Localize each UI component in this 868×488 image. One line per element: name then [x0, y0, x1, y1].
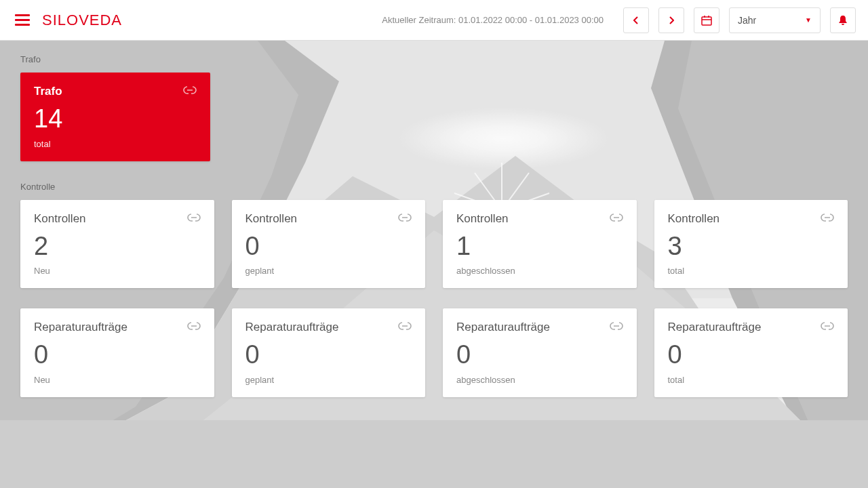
card-value: 0 [245, 231, 412, 262]
link-icon [610, 212, 623, 224]
calendar-button[interactable] [694, 7, 719, 33]
card-sublabel: geplant [245, 266, 412, 276]
reparatur-0-card[interactable]: Reparaturaufträge0Neu [20, 308, 214, 397]
card-sublabel: Neu [34, 266, 201, 276]
card-sublabel: Neu [34, 375, 201, 385]
card-title: Kontrollen [668, 212, 720, 226]
chevron-left-icon [633, 16, 639, 24]
reparatur-2-card[interactable]: Reparaturaufträge0abgeschlossen [443, 308, 637, 397]
link-icon [398, 212, 412, 224]
card-value: 1 [456, 231, 623, 262]
reparatur-1-card[interactable]: Reparaturaufträge0geplant [232, 308, 426, 397]
card-sublabel: geplant [245, 375, 412, 385]
link-icon [398, 321, 412, 333]
card-value: 0 [456, 340, 623, 371]
card-value: 3 [668, 231, 835, 262]
card-title: Kontrollen [34, 212, 86, 226]
hamburger-menu-icon[interactable] [12, 12, 33, 28]
trafo-total-card[interactable]: Trafo 14 total [20, 73, 210, 161]
card-value: 14 [34, 104, 197, 135]
app-header: SILOVEDA Aktueller Zeitraum: 01.01.2022 … [0, 0, 868, 41]
link-icon [821, 212, 834, 224]
card-title: Trafo [34, 85, 62, 98]
svg-rect-17 [702, 17, 711, 25]
dropdown-value: Jahr [738, 15, 756, 26]
kontrollen-2-card[interactable]: Kontrollen1abgeschlossen [443, 200, 637, 289]
caret-down-icon: ▼ [805, 16, 812, 24]
card-sublabel: total [668, 266, 835, 276]
section-label-kontrolle: Kontrolle [20, 182, 848, 192]
card-value: 0 [34, 340, 201, 371]
current-period-label: Aktueller Zeitraum: 01.01.2022 00:00 - 0… [382, 15, 604, 25]
card-title: Reparaturaufträge [456, 321, 550, 334]
link-icon [183, 85, 197, 97]
dashboard-content: Trafo Trafo 14 total Kontrolle Kontrolle… [0, 41, 868, 431]
kontrollen-1-card[interactable]: Kontrollen0geplant [232, 200, 426, 289]
next-period-button[interactable] [658, 7, 684, 33]
link-icon [187, 321, 201, 333]
card-sublabel: total [668, 375, 835, 385]
link-icon [187, 212, 201, 224]
chevron-right-icon [669, 16, 674, 24]
card-title: Reparaturaufträge [245, 321, 339, 334]
card-sublabel: total [34, 139, 197, 149]
card-value: 2 [34, 231, 201, 262]
link-icon [610, 321, 623, 333]
reparatur-3-card[interactable]: Reparaturaufträge0total [654, 308, 848, 397]
section-label-trafo: Trafo [20, 54, 848, 64]
previous-period-button[interactable] [623, 7, 649, 33]
card-sublabel: abgeschlossen [456, 375, 623, 385]
bell-icon [837, 15, 848, 26]
card-sublabel: abgeschlossen [456, 266, 623, 276]
card-value: 0 [668, 340, 835, 371]
card-title: Kontrollen [245, 212, 298, 226]
notifications-button[interactable] [830, 7, 856, 33]
calendar-icon [701, 15, 712, 26]
card-value: 0 [245, 340, 412, 371]
card-title: Reparaturaufträge [34, 321, 127, 334]
card-title: Kontrollen [456, 212, 509, 226]
kontrollen-0-card[interactable]: Kontrollen2Neu [20, 200, 214, 289]
period-type-dropdown[interactable]: Jahr ▼ [729, 7, 821, 33]
card-title: Reparaturaufträge [668, 321, 762, 334]
app-logo: SILOVEDA [42, 12, 122, 29]
link-icon [821, 321, 834, 333]
kontrollen-3-card[interactable]: Kontrollen3total [654, 200, 848, 289]
